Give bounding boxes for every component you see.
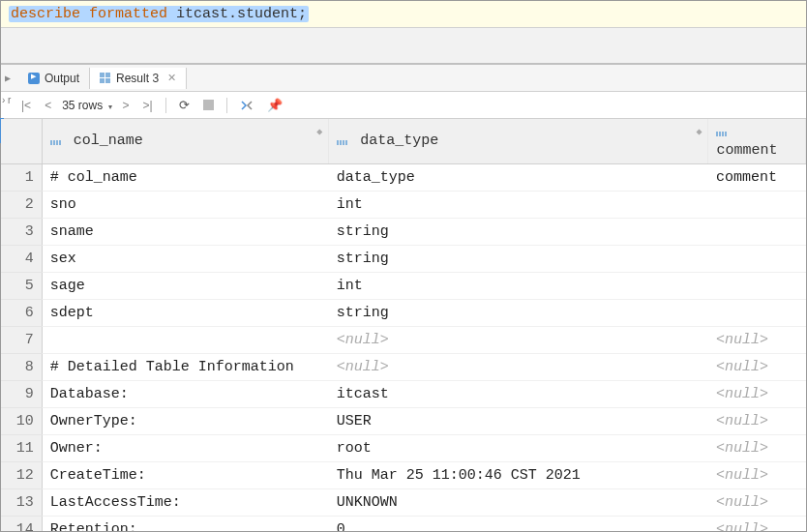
cell-c2[interactable]: root: [329, 435, 708, 462]
cell-c1[interactable]: Owner:: [42, 435, 329, 462]
cell-c2[interactable]: <null>: [329, 354, 708, 381]
table-row[interactable]: 10OwnerType:USER<null>: [1, 408, 806, 435]
cell-c1[interactable]: LastAccessTime:: [42, 489, 329, 517]
cell-c2[interactable]: data_type: [329, 164, 708, 192]
cell-c3[interactable]: <null>: [708, 408, 806, 435]
cell-c2[interactable]: string: [329, 246, 708, 273]
column-header-comment[interactable]: comment: [708, 119, 806, 164]
toolbar-divider: [226, 98, 227, 113]
cell-c2[interactable]: <null>: [329, 327, 708, 354]
cell-c3[interactable]: <null>: [708, 327, 806, 354]
table-row[interactable]: 12CreateTime:Thu Mar 25 11:00:46 CST 202…: [1, 462, 806, 489]
stop-button[interactable]: [196, 96, 221, 114]
cell-c1[interactable]: sage: [42, 273, 329, 300]
rows-count[interactable]: 35 rows ▾: [58, 99, 115, 112]
table-row[interactable]: 11Owner:root<null>: [1, 435, 806, 462]
cell-c2[interactable]: 0: [329, 517, 708, 533]
table-row[interactable]: 13LastAccessTime:UNKNOWN<null>: [1, 489, 806, 517]
table-row[interactable]: 6sdeptstring: [1, 300, 806, 327]
cell-c2[interactable]: string: [329, 300, 708, 327]
toolbar-divider: [165, 98, 166, 113]
side-label: › r: [2, 95, 11, 105]
tab-output[interactable]: Output: [18, 68, 90, 89]
cell-c1[interactable]: sex: [42, 246, 329, 273]
cell-c1[interactable]: CreateTime:: [42, 462, 329, 489]
cell-c1[interactable]: # Detailed Table Information: [42, 354, 329, 381]
cell-c3[interactable]: <null>: [708, 517, 806, 533]
cell-c3[interactable]: <null>: [708, 489, 806, 517]
column-header-data_type[interactable]: data_type ◆: [329, 119, 708, 164]
row-number[interactable]: 8: [1, 354, 42, 381]
sort-handle-icon[interactable]: ◆: [316, 126, 322, 137]
cell-c2[interactable]: USER: [329, 408, 708, 435]
row-number[interactable]: 10: [1, 408, 42, 435]
table-row[interactable]: 7<null><null>: [1, 327, 806, 354]
column-icon: [50, 140, 61, 151]
cell-c1[interactable]: Retention:: [42, 517, 329, 533]
row-number[interactable]: 14: [1, 517, 42, 533]
cell-c1[interactable]: sno: [42, 192, 329, 219]
first-page-button[interactable]: |<: [15, 95, 38, 116]
row-number[interactable]: 6: [1, 300, 42, 327]
table-row[interactable]: 4sexstring: [1, 246, 806, 273]
table-row[interactable]: 8# Detailed Table Information<null><null…: [1, 354, 806, 381]
row-number[interactable]: 11: [1, 435, 42, 462]
last-page-button[interactable]: >|: [136, 95, 160, 116]
cell-c1[interactable]: sname: [42, 219, 329, 246]
tab-output-label: Output: [45, 72, 79, 85]
table-row[interactable]: 3snamestring: [1, 219, 806, 246]
cell-c3[interactable]: [708, 300, 806, 327]
pin-button[interactable]: 📌: [260, 94, 289, 116]
cell-c2[interactable]: int: [329, 273, 708, 300]
row-number[interactable]: 9: [1, 381, 42, 408]
row-number[interactable]: 2: [1, 192, 42, 219]
row-number[interactable]: 1: [1, 164, 42, 192]
compare-button[interactable]: [233, 95, 260, 116]
table-row[interactable]: 14Retention:0<null>: [1, 517, 806, 533]
sql-semicolon: ;: [298, 6, 307, 22]
cell-c3[interactable]: <null>: [708, 435, 806, 462]
cell-c2[interactable]: UNKNOWN: [329, 489, 708, 517]
cell-c3[interactable]: <null>: [708, 462, 806, 489]
cell-c3[interactable]: <null>: [708, 354, 806, 381]
row-number[interactable]: 5: [1, 273, 42, 300]
cell-c3[interactable]: [708, 273, 806, 300]
cell-c2[interactable]: Thu Mar 25 11:00:46 CST 2021: [329, 462, 708, 489]
cell-c1[interactable]: # col_name: [42, 164, 329, 192]
cell-c1[interactable]: [42, 327, 329, 354]
cell-c2[interactable]: string: [329, 219, 708, 246]
cell-c3[interactable]: comment: [708, 164, 806, 192]
chevron-down-icon: ▾: [108, 103, 112, 111]
prev-page-button[interactable]: <: [38, 95, 58, 116]
sort-handle-icon[interactable]: ◆: [696, 126, 702, 137]
row-number[interactable]: 3: [1, 219, 42, 246]
table-row[interactable]: 1# col_namedata_typecomment: [1, 164, 806, 192]
table-row[interactable]: 2snoint: [1, 192, 806, 219]
cell-c1[interactable]: OwnerType:: [42, 408, 329, 435]
collapse-arrow-icon[interactable]: ▶: [5, 73, 11, 84]
cell-c2[interactable]: itcast: [329, 381, 708, 408]
cell-c3[interactable]: [708, 219, 806, 246]
cell-c1[interactable]: sdept: [42, 300, 329, 327]
table-row[interactable]: 9Database:itcast<null>: [1, 381, 806, 408]
sql-editor[interactable]: describe formatted itcast.student;: [1, 1, 806, 28]
row-number[interactable]: 4: [1, 246, 42, 273]
refresh-button[interactable]: ⟳: [172, 94, 196, 116]
rownum-header[interactable]: [1, 119, 42, 164]
result-tabs: ▶ Output Result 3 ✕: [1, 65, 806, 92]
results-toolbar: › r |< < 35 rows ▾ > >| ⟳ 📌: [1, 92, 806, 119]
cell-c3[interactable]: <null>: [708, 381, 806, 408]
tab-result-3[interactable]: Result 3 ✕: [90, 68, 187, 89]
cell-c3[interactable]: [708, 192, 806, 219]
row-number[interactable]: 7: [1, 327, 42, 354]
next-page-button[interactable]: >: [116, 95, 136, 116]
row-number[interactable]: 13: [1, 489, 42, 517]
close-icon[interactable]: ✕: [167, 72, 176, 84]
column-header-col_name[interactable]: col_name ◆: [42, 119, 329, 164]
keyword-describe: describe: [11, 6, 80, 22]
table-row[interactable]: 5sageint: [1, 273, 806, 300]
cell-c3[interactable]: [708, 246, 806, 273]
row-number[interactable]: 12: [1, 462, 42, 489]
cell-c1[interactable]: Database:: [42, 381, 329, 408]
cell-c2[interactable]: int: [329, 192, 708, 219]
